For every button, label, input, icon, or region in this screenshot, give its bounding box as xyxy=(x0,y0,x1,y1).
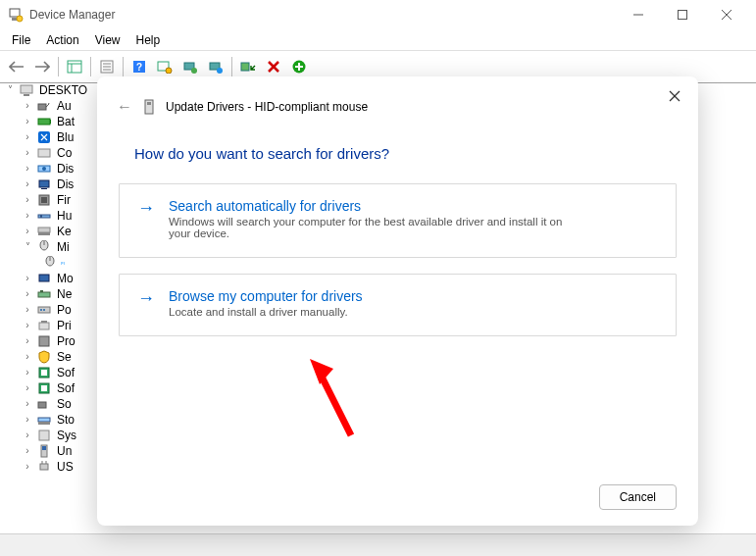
menu-view[interactable]: View xyxy=(87,31,128,49)
expand-icon[interactable]: › xyxy=(22,286,33,302)
tree-item-label: So xyxy=(55,396,74,412)
scan-hardware-button[interactable] xyxy=(153,55,176,78)
properties-button[interactable] xyxy=(95,55,119,78)
svg-point-17 xyxy=(166,68,172,74)
expand-icon[interactable]: › xyxy=(22,302,33,318)
tree-item-label xyxy=(61,262,65,264)
collapse-icon[interactable]: ˅ xyxy=(4,82,16,98)
svg-point-51 xyxy=(40,309,42,311)
menu-file[interactable]: File xyxy=(4,31,38,49)
menu-action[interactable]: Action xyxy=(38,31,86,49)
device-category-icon xyxy=(42,255,58,271)
expand-icon[interactable]: › xyxy=(22,177,33,192)
svg-rect-32 xyxy=(38,149,50,157)
svg-rect-29 xyxy=(38,119,50,125)
back-button[interactable] xyxy=(5,55,28,78)
add-device-button[interactable] xyxy=(287,55,311,78)
expand-icon[interactable]: › xyxy=(22,428,33,443)
expand-icon[interactable]: › xyxy=(22,443,33,459)
tree-item-label: Ke xyxy=(55,224,74,239)
svg-rect-55 xyxy=(39,336,49,346)
tree-item-label: Mo xyxy=(55,271,76,286)
update-driver-button[interactable] xyxy=(178,55,202,78)
tree-root-label[interactable]: DESKTO xyxy=(37,82,89,98)
svg-rect-4 xyxy=(678,11,686,20)
svg-rect-60 xyxy=(38,402,46,408)
option-title: Search automatically for drivers xyxy=(169,198,580,214)
minimize-button[interactable] xyxy=(616,0,660,29)
tree-item-label: Po xyxy=(55,302,74,318)
svg-rect-0 xyxy=(10,9,20,17)
title-bar: Device Manager xyxy=(0,0,756,30)
maximize-button[interactable] xyxy=(660,0,704,29)
svg-rect-53 xyxy=(39,323,49,329)
expand-icon[interactable]: › xyxy=(22,224,33,239)
expand-icon[interactable]: › xyxy=(22,318,33,333)
option-description: Windows will search your computer for th… xyxy=(169,216,580,239)
device-category-icon xyxy=(36,161,52,177)
svg-rect-57 xyxy=(41,370,47,376)
expand-icon[interactable]: › xyxy=(22,333,33,349)
remove-device-button[interactable] xyxy=(262,55,285,78)
tree-item-label: Pro xyxy=(55,333,77,349)
close-button[interactable] xyxy=(704,0,748,29)
device-category-icon xyxy=(36,145,52,161)
expand-icon[interactable]: › xyxy=(22,145,33,161)
svg-point-21 xyxy=(217,68,223,74)
device-category-icon xyxy=(36,271,52,286)
option-search-automatically[interactable]: → Search automatically for drivers Windo… xyxy=(119,183,677,258)
expand-icon[interactable]: › xyxy=(22,161,33,177)
app-icon xyxy=(8,7,24,23)
dialog-close-button[interactable] xyxy=(665,86,684,106)
device-category-icon xyxy=(36,239,52,255)
svg-rect-27 xyxy=(24,94,29,96)
expand-icon[interactable]: › xyxy=(22,98,33,114)
svg-rect-7 xyxy=(68,61,81,73)
uninstall-device-button[interactable] xyxy=(204,55,227,78)
tree-item-label: Blu xyxy=(55,129,76,145)
option-browse-computer[interactable]: → Browse my computer for drivers Locate … xyxy=(119,274,677,336)
expand-icon[interactable]: › xyxy=(22,365,33,380)
expand-icon[interactable]: › xyxy=(22,192,33,208)
tree-item-label: Dis xyxy=(55,177,76,192)
device-category-icon xyxy=(36,396,52,412)
help-button[interactable]: ? xyxy=(127,55,151,78)
menu-bar: File Action View Help xyxy=(0,30,756,50)
device-category-icon xyxy=(36,302,52,318)
svg-text:?: ? xyxy=(136,62,142,73)
device-category-icon xyxy=(36,129,52,145)
tree-item-label: Dis xyxy=(55,161,76,177)
svg-rect-28 xyxy=(38,104,46,110)
expand-icon[interactable]: › xyxy=(22,129,33,145)
expand-icon[interactable]: › xyxy=(22,459,33,475)
forward-button[interactable] xyxy=(30,55,54,78)
dialog-question: How do you want to search for drivers? xyxy=(97,124,698,176)
tree-item-label: Fir xyxy=(55,192,73,208)
svg-rect-47 xyxy=(39,275,49,281)
expand-icon[interactable]: › xyxy=(22,208,33,224)
svg-rect-30 xyxy=(50,120,51,124)
dialog-back-button[interactable]: ← xyxy=(117,98,132,116)
expand-icon[interactable]: › xyxy=(22,349,33,365)
show-hide-tree-button[interactable] xyxy=(63,55,86,78)
tree-item-label: Pri xyxy=(55,318,74,333)
svg-rect-65 xyxy=(42,446,46,450)
expand-icon[interactable]: ˅ xyxy=(22,239,33,255)
device-category-icon xyxy=(36,286,52,302)
expand-icon[interactable]: › xyxy=(22,380,33,396)
tree-item-label: Hu xyxy=(55,208,74,224)
expand-icon[interactable]: › xyxy=(22,412,33,428)
menu-help[interactable]: Help xyxy=(128,31,169,49)
svg-rect-48 xyxy=(38,292,50,297)
device-category-icon xyxy=(36,380,52,396)
tree-item-label: Co xyxy=(55,145,74,161)
device-category-icon xyxy=(36,192,52,208)
expand-icon[interactable]: › xyxy=(22,271,33,286)
svg-point-52 xyxy=(43,309,45,311)
expand-icon[interactable]: › xyxy=(22,396,33,412)
tree-item-label: Un xyxy=(55,443,74,459)
expand-icon[interactable]: › xyxy=(22,114,33,129)
option-title: Browse my computer for drivers xyxy=(169,288,363,304)
cancel-button[interactable]: Cancel xyxy=(599,484,677,510)
disable-device-button[interactable] xyxy=(236,55,260,78)
